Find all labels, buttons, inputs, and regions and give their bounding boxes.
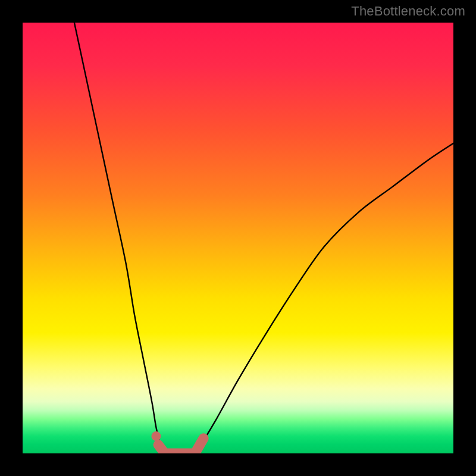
bottom-marker-group [151,431,203,453]
curve-right-branch [195,143,453,453]
plot-area [23,23,453,453]
marker-dot [151,431,161,441]
curve-left-branch [74,23,165,453]
watermark-text: TheBottleneck.com [351,4,465,19]
chart-frame: TheBottleneck.com [0,0,476,476]
marker-segment-3 [195,439,203,453]
curve-layer [23,23,453,453]
